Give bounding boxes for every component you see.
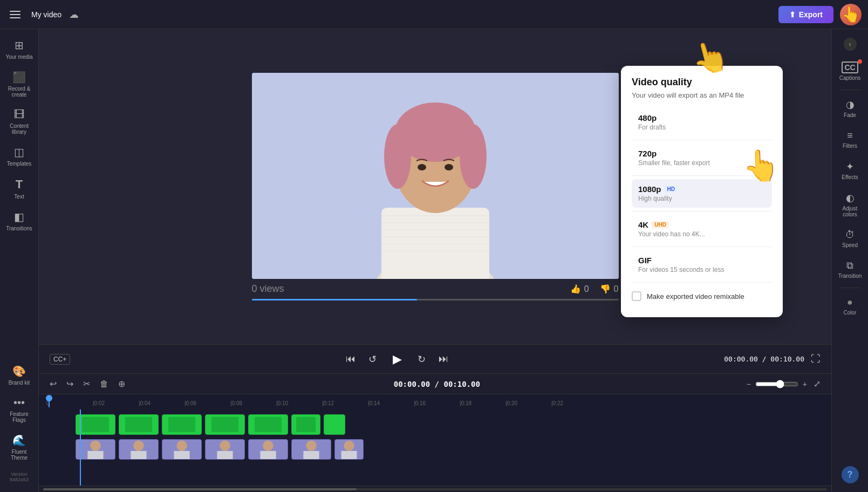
record-icon: ⬛ bbox=[12, 71, 26, 84]
speed-icon: ⏱ bbox=[845, 229, 855, 241]
help-button[interactable]: ? bbox=[842, 466, 859, 483]
sidebar-item-more[interactable]: ••• Feature Flags bbox=[2, 392, 37, 427]
export-button[interactable]: ⬆ Export bbox=[778, 6, 833, 23]
video-frame bbox=[252, 73, 619, 279]
svg-point-23 bbox=[176, 440, 187, 450]
forward-5s-button[interactable]: ↻ bbox=[415, 351, 428, 367]
quality-option-480p[interactable]: 480p For drafts bbox=[632, 108, 772, 136]
green-clip-3[interactable] bbox=[162, 414, 202, 435]
quality-option-720p[interactable]: 720p Smaller file, faster export bbox=[632, 144, 772, 172]
quality-option-4k[interactable]: 4K UHD Your video has no 4K... bbox=[632, 215, 772, 243]
video-clip-6[interactable] bbox=[291, 439, 331, 460]
cut-button[interactable]: ✂ bbox=[81, 378, 92, 390]
video-thumb-svg-4 bbox=[206, 439, 244, 460]
video-clip-4[interactable] bbox=[205, 439, 245, 460]
svg-rect-30 bbox=[260, 451, 276, 460]
cloud-save-icon[interactable]: ☁ bbox=[69, 9, 79, 20]
zoom-in-icon[interactable]: + bbox=[803, 380, 807, 388]
right-sidebar-item-transition[interactable]: ⧉ Transition bbox=[834, 255, 866, 284]
remixable-label: Make exported video remixable bbox=[647, 292, 744, 300]
sidebar-item-brand-kit[interactable]: 🎨 Brand kit bbox=[2, 360, 37, 390]
quality-desc-480p: For drafts bbox=[638, 124, 766, 131]
sidebar-item-transitions[interactable]: ◧ Transitions bbox=[2, 206, 37, 236]
svg-point-13 bbox=[460, 124, 487, 189]
user-avatar[interactable]: 👆 bbox=[840, 4, 862, 25]
quality-desc-gif: For videos 15 seconds or less bbox=[638, 266, 766, 274]
sidebar-item-record-create[interactable]: ⬛ Record &create bbox=[2, 66, 37, 102]
timeline-tracks bbox=[39, 409, 831, 486]
green-clip-5[interactable] bbox=[248, 414, 288, 435]
svg-rect-33 bbox=[303, 451, 319, 460]
like-button[interactable]: 👍 0 bbox=[570, 284, 589, 294]
scrollbar-thumb[interactable] bbox=[43, 488, 357, 490]
video-thumb-svg-3 bbox=[162, 439, 201, 460]
track-content-video bbox=[76, 439, 364, 460]
sidebar-item-templates[interactable]: ◫ Templates bbox=[2, 141, 37, 171]
sidebar-item-fluent-theme[interactable]: 🌊 Fluent Theme bbox=[2, 429, 37, 465]
cc-button[interactable]: CC+ bbox=[50, 354, 70, 365]
quality-option-gif[interactable]: GIF For videos 15 seconds or less bbox=[632, 250, 772, 279]
zoom-slider[interactable] bbox=[755, 380, 798, 388]
video-clip-3[interactable] bbox=[162, 439, 202, 460]
svg-rect-24 bbox=[174, 451, 189, 460]
video-clip-7[interactable] bbox=[334, 439, 364, 460]
topbar-left: My video ☁ bbox=[6, 8, 772, 22]
right-sidebar-item-fade[interactable]: ◑ Fade bbox=[834, 93, 866, 124]
video-container: 0 views 👍 0 👎 0 bbox=[252, 73, 619, 300]
video-clip-2[interactable] bbox=[119, 439, 159, 460]
fit-to-window-button[interactable]: ⤢ bbox=[811, 378, 823, 390]
quality-option-1080p[interactable]: 1080p HD High quality bbox=[632, 179, 772, 208]
ruler-mark-06: |0:06 bbox=[184, 400, 196, 406]
remixable-checkbox[interactable] bbox=[632, 291, 641, 301]
fullscreen-button[interactable]: ⛶ bbox=[811, 353, 821, 365]
skip-forward-button[interactable]: ⏭ bbox=[436, 351, 450, 367]
fade-icon: ◑ bbox=[846, 99, 855, 111]
duplicate-button[interactable]: ⊕ bbox=[116, 378, 127, 390]
grid-icon: ⊞ bbox=[15, 39, 24, 52]
video-progress-bar[interactable] bbox=[252, 299, 619, 300]
green-clip-7[interactable] bbox=[324, 414, 345, 435]
ruler-mark-20: |0:20 bbox=[505, 400, 517, 406]
sidebar-item-text[interactable]: T Text bbox=[2, 173, 37, 204]
playback-controls: CC+ ⏮ ↺ ▶ ↻ ⏭ 00:00.00 / 00:10.00 ⛶ bbox=[39, 344, 831, 373]
undo-button[interactable]: ↩ bbox=[47, 378, 59, 390]
redo-button[interactable]: ↪ bbox=[64, 378, 76, 390]
text-icon: T bbox=[16, 177, 23, 192]
right-sidebar-item-speed[interactable]: ⏱ Speed bbox=[834, 224, 866, 254]
green-clip-thumb-2 bbox=[125, 417, 152, 432]
right-sidebar-item-effects[interactable]: ✦ Effects bbox=[834, 155, 866, 186]
green-clip-2[interactable] bbox=[119, 414, 159, 435]
skip-back-button[interactable]: ⏮ bbox=[344, 351, 358, 367]
zoom-out-icon[interactable]: − bbox=[747, 380, 751, 388]
center-content: 0 views 👍 0 👎 0 bbox=[39, 29, 831, 492]
right-sidebar-item-adjust-colors[interactable]: ◐ Adjust colors bbox=[834, 187, 866, 223]
play-button[interactable]: ▶ bbox=[387, 350, 407, 369]
dislike-button[interactable]: 👎 0 bbox=[600, 284, 619, 294]
quality-divider-2 bbox=[632, 175, 772, 176]
svg-point-26 bbox=[220, 440, 230, 450]
right-sidebar-item-filters[interactable]: ≡ Filters bbox=[834, 125, 866, 154]
green-clip-4[interactable] bbox=[205, 414, 245, 435]
captions-icon: CC bbox=[842, 62, 858, 73]
right-sidebar-item-color[interactable]: ● Color bbox=[834, 291, 866, 321]
rs-divider-1 bbox=[839, 90, 861, 90]
rs-divider-2 bbox=[839, 288, 861, 288]
hamburger-button[interactable] bbox=[6, 8, 24, 22]
video-thumb-svg-6 bbox=[292, 439, 331, 460]
timeline-scrollbar[interactable] bbox=[39, 486, 831, 492]
video-title[interactable]: My video bbox=[31, 10, 61, 19]
video-clip-1[interactable] bbox=[76, 439, 115, 460]
green-clip-6[interactable] bbox=[291, 414, 320, 435]
quality-divider-5 bbox=[632, 282, 772, 283]
sidebar-label-content-library: Content library bbox=[5, 123, 33, 135]
sidebar-label-your-media: Your media bbox=[5, 54, 32, 60]
track-video-person bbox=[39, 438, 831, 461]
video-clip-5[interactable] bbox=[248, 439, 288, 460]
delete-button[interactable]: 🗑 bbox=[98, 378, 111, 390]
right-sidebar-item-captions[interactable]: CC Captions bbox=[834, 56, 866, 86]
sidebar-item-content-library[interactable]: 🎞 Content library bbox=[2, 104, 37, 139]
collapse-right-sidebar-button[interactable]: › bbox=[844, 38, 857, 51]
rewind-5s-button[interactable]: ↺ bbox=[366, 351, 379, 367]
sidebar-item-your-media[interactable]: ⊞ Your media bbox=[2, 35, 37, 64]
green-clip-1[interactable] bbox=[76, 414, 115, 435]
